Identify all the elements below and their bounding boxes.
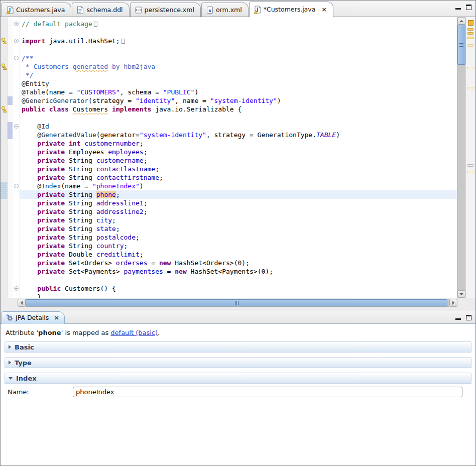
default-basic-link[interactable]: default (basic) [110, 329, 158, 336]
code-line-text[interactable]: private String city; [20, 216, 457, 224]
code-line-text[interactable] [20, 113, 457, 122]
section-type[interactable]: Type [5, 357, 471, 368]
code-line[interactable] [1, 113, 457, 122]
fold-collapse-icon[interactable]: − [14, 124, 19, 129]
code-line[interactable]: private String contactfirstname; [1, 173, 457, 182]
code-line-text[interactable]: @Entity [20, 79, 457, 88]
code-line[interactable]: private String addressline1; [1, 199, 457, 207]
code-line-text[interactable]: private Double creditlimit; [20, 250, 457, 259]
bulb-warning-icon[interactable] [1, 105, 8, 113]
code-line-text[interactable]: /** [20, 54, 457, 62]
code-line[interactable]: */ [1, 71, 457, 79]
code-line-text[interactable]: private Employees employees; [20, 148, 457, 156]
code-line-text[interactable]: private Set<Payments> paymentses = new H… [20, 267, 457, 276]
code-line[interactable]: +import java.util.HashSet; [1, 37, 457, 45]
fold-gutter-cell[interactable]: + [13, 37, 20, 45]
code-line-text[interactable]: public Customers() { [20, 284, 457, 293]
fold-collapse-icon[interactable]: − [14, 286, 19, 291]
code-line[interactable]: * Customers generated by hbm2java [1, 62, 457, 71]
code-line-text[interactable]: private String state; [20, 224, 457, 233]
code-line-text[interactable]: @GenericGenerator(strategy = "identity",… [20, 96, 457, 105]
overview-ruler[interactable] [465, 17, 475, 298]
code-line-text[interactable]: private String country; [20, 242, 457, 250]
bulb-warning-icon[interactable] [1, 37, 8, 45]
section-basic[interactable]: Basic [5, 341, 471, 353]
code-line[interactable]: @GenericGenerator(strategy = "identity",… [1, 96, 457, 105]
code-line[interactable]: private String city; [1, 216, 457, 224]
code-line[interactable]: − public Customers() { [1, 284, 457, 293]
overview-warning-mark[interactable] [467, 44, 473, 47]
code-line[interactable]: private Set<Payments> paymentses = new H… [1, 267, 457, 276]
vertical-scrollbar[interactable] [457, 17, 465, 298]
code-line-text[interactable]: * Customers generated by hbm2java [20, 62, 457, 71]
code-line-text[interactable]: private String contactlastname; [20, 165, 457, 173]
code-line-text[interactable]: private String customername; [20, 156, 457, 165]
code-line[interactable]: − @Index(name = "phoneIndex") [1, 182, 457, 190]
code-line-text[interactable] [20, 276, 457, 284]
editor-tab-persistence-xml[interactable]: persistence.xml [130, 3, 201, 17]
scroll-left-button[interactable] [18, 299, 26, 307]
code-line-text[interactable]: public class Customers implements java.i… [20, 105, 457, 113]
code-line[interactable] [1, 45, 457, 54]
code-line-text[interactable]: import java.util.HashSet; [20, 37, 457, 45]
editor-tab-schema-ddl[interactable]: schema.ddl [72, 3, 129, 17]
code-line[interactable]: private String addressline2; [1, 207, 457, 216]
code-line[interactable]: private String state; [1, 224, 457, 233]
fold-collapse-icon[interactable]: − [14, 184, 19, 188]
collapsed-region-icon[interactable] [122, 39, 125, 44]
fold-expand-icon[interactable]: + [14, 39, 19, 43]
overview-warning-mark[interactable] [467, 87, 473, 89]
collapsed-region-icon[interactable] [94, 22, 97, 27]
scroll-up-button[interactable] [457, 17, 465, 25]
code-line[interactable]: private Employees employees; [1, 148, 457, 156]
scroll-right-button[interactable] [449, 299, 457, 307]
code-line[interactable] [1, 28, 457, 37]
fold-gutter-cell[interactable]: − [13, 284, 20, 293]
horizontal-scrollbar[interactable] [1, 298, 475, 307]
fold-collapse-icon[interactable]: − [14, 56, 19, 60]
code-line[interactable]: private String country; [1, 242, 457, 250]
code-line-text[interactable]: @Index(name = "phoneIndex") [20, 182, 457, 190]
code-line-text[interactable]: private String contactfirstname; [20, 173, 457, 182]
code-line[interactable]: private String postalcode; [1, 233, 457, 242]
code-line[interactable]: @Entity [1, 79, 457, 88]
overview-warning-mark[interactable] [467, 37, 473, 39]
overview-warning-mark[interactable] [467, 164, 473, 167]
code-line-text[interactable] [20, 45, 457, 54]
code-line[interactable]: − @Id [1, 122, 457, 131]
minimize-icon[interactable] [455, 5, 461, 10]
fold-gutter-cell[interactable]: + [13, 20, 20, 28]
vertical-scrollbar-thumb[interactable] [457, 25, 465, 65]
code-line[interactable]: @Table(name = "CUSTOMERS", schema = "PUB… [1, 88, 457, 96]
code-line[interactable]: +// default package [1, 20, 457, 28]
code-line[interactable]: public class Customers implements java.i… [1, 105, 457, 113]
close-icon[interactable]: × [54, 314, 59, 321]
horizontal-scrollbar-thumb[interactable] [26, 299, 447, 306]
code-line[interactable]: private String phone; [1, 190, 457, 199]
code-line-text[interactable]: private int customernumber; [20, 139, 457, 148]
maximize-icon[interactable] [466, 315, 471, 320]
bulb-warning-icon[interactable] [1, 62, 8, 71]
fold-gutter-cell[interactable]: − [13, 182, 20, 190]
code-line[interactable]: −/** [1, 54, 457, 62]
code-area[interactable]: +// default package+import java.util.Has… [1, 17, 457, 298]
fold-gutter-cell[interactable]: − [13, 122, 20, 131]
overview-warning-mark[interactable] [467, 171, 473, 173]
code-line-text[interactable]: private Set<Orders> orderses = new HashS… [20, 259, 457, 267]
maximize-icon[interactable] [466, 5, 471, 10]
tab-jpa-details[interactable]: JPA Details × [2, 311, 65, 324]
scroll-down-button[interactable] [457, 290, 465, 298]
overview-warning-mark[interactable] [467, 67, 473, 69]
code-line[interactable]: } [1, 293, 457, 298]
code-line-text[interactable]: private String phone; [20, 190, 457, 199]
overview-warning-mark[interactable] [467, 32, 473, 35]
close-icon[interactable]: × [321, 6, 327, 13]
code-line-text[interactable]: @Id [20, 122, 457, 131]
minimize-icon[interactable] [455, 315, 461, 320]
panel-sash[interactable] [1, 307, 475, 311]
code-line-text[interactable]: private String addressline1; [20, 199, 457, 207]
code-line[interactable]: private Double creditlimit; [1, 250, 457, 259]
code-line-text[interactable]: private String postalcode; [20, 233, 457, 242]
code-line[interactable]: private Set<Orders> orderses = new HashS… [1, 259, 457, 267]
code-line[interactable] [1, 276, 457, 284]
